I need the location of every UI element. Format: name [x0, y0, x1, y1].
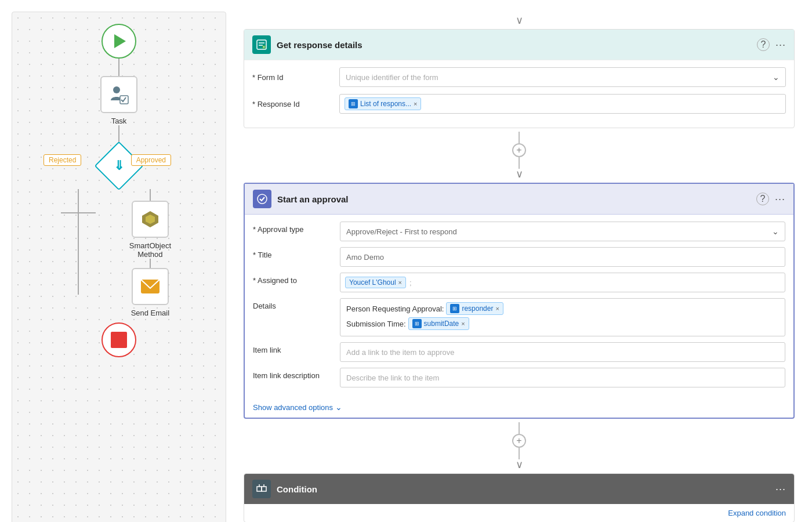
item-link-row: Item link Add a link to the item to appr… — [253, 342, 785, 362]
approval-type-chevron[interactable]: ⌄ — [772, 227, 779, 236]
title-input[interactable]: Amo Demo — [340, 247, 785, 267]
item-link-desc-label: Item link description — [253, 368, 334, 380]
power-apps-panel: ∨ Get response detai — [238, 12, 800, 522]
plus-circle-2[interactable]: + — [512, 434, 526, 448]
condition-icon — [252, 480, 271, 498]
assigned-to-label: Assigned to — [253, 273, 334, 285]
details-content[interactable]: Person Requesting Approval: ⊞ responder … — [340, 298, 785, 336]
svg-point-0 — [113, 86, 120, 93]
task-square[interactable] — [100, 76, 137, 113]
details-person-line: Person Requesting Approval: ⊞ responder … — [346, 302, 779, 315]
get-response-help-icon[interactable]: ? — [757, 38, 770, 51]
condition-title: Condition — [277, 484, 317, 494]
responder-tag: ⊞ responder × — [446, 302, 503, 315]
task-node: Task — [100, 76, 137, 125]
get-response-header-left: Get response details — [252, 35, 362, 54]
connector-1 — [118, 59, 119, 76]
down-arrow-2: ∨ — [516, 459, 523, 470]
plus-circle-1[interactable]: + — [512, 143, 526, 157]
smartobject-label: SmartObject Method — [129, 241, 171, 259]
item-link-placeholder: Add a link to the item to approve — [346, 348, 454, 357]
item-link-label: Item link — [253, 342, 334, 354]
rejected-path — [61, 189, 96, 295]
show-advanced-options[interactable]: Show advanced options ⌄ — [245, 400, 793, 418]
approval-title: Start an approval — [277, 194, 349, 204]
submitdate-tag-icon: ⊞ — [412, 319, 422, 328]
approval-card: Start an approval ? ··· Approval type Ap… — [244, 183, 795, 419]
approval-actions[interactable]: ? ··· — [756, 193, 785, 205]
send-email-square[interactable] — [132, 268, 169, 305]
approval-type-row: Approval type Approve/Reject - First to … — [253, 222, 785, 241]
form-id-chevron[interactable]: ⌄ — [773, 72, 780, 82]
response-id-tag: ⊞ List of respons... × — [345, 97, 421, 110]
send-email-node: Send Email — [131, 268, 169, 317]
forms-icon — [256, 39, 267, 50]
response-tag-icon: ⊞ — [349, 99, 358, 108]
response-id-row: Response Id ⊞ List of respons... × — [252, 94, 786, 114]
get-response-body: Form Id Unique identifier of the form ⌄ … — [244, 60, 794, 128]
item-link-input[interactable]: Add a link to the item to approve — [340, 342, 785, 362]
assigned-to-tag: Youcef L'Ghoul × — [345, 277, 406, 288]
submitdate-close[interactable]: × — [461, 320, 465, 327]
stop-node — [102, 322, 136, 357]
condition-more-icon[interactable]: ··· — [775, 483, 786, 495]
form-id-label: Form Id — [252, 73, 334, 82]
details-label: Details — [253, 298, 334, 310]
item-link-desc-placeholder: Describe the link to the item — [346, 374, 439, 382]
middle-connector-1: + ∨ — [244, 128, 795, 183]
rejected-label: Rejected — [44, 154, 81, 166]
task-icon — [108, 84, 129, 105]
condition-actions[interactable]: ··· — [775, 483, 786, 495]
approval-body: Approval type Approve/Reject - First to … — [245, 215, 793, 400]
get-response-card: Get response details ? ··· Form Id Uniqu… — [244, 29, 795, 128]
send-email-label: Send Email — [131, 309, 169, 317]
condition-card: Condition ··· Expand condition — [244, 473, 795, 522]
response-id-input[interactable]: ⊞ List of respons... × — [339, 94, 786, 114]
approval-svg-icon — [256, 193, 268, 205]
svg-rect-13 — [262, 487, 266, 491]
plus-line-1 — [519, 132, 520, 143]
get-response-title: Get response details — [277, 40, 362, 50]
approval-more-icon[interactable]: ··· — [775, 193, 785, 205]
responder-close[interactable]: × — [495, 305, 499, 312]
expand-condition[interactable]: Expand condition — [244, 504, 794, 522]
task-label: Task — [111, 117, 127, 125]
assigned-semicolon: ; — [409, 278, 412, 287]
stop-circle[interactable] — [102, 322, 136, 357]
play-icon — [114, 34, 126, 48]
smartobject-square[interactable] — [132, 201, 169, 238]
down-arrow-top: ∨ — [516, 15, 523, 26]
form-id-input[interactable]: Unique identifier of the form ⌄ — [339, 67, 786, 87]
item-link-desc-row: Item link description Describe the link … — [253, 368, 785, 387]
start-node — [102, 24, 136, 59]
plus-line-3 — [519, 422, 520, 434]
item-link-desc-input[interactable]: Describe the link to the item — [340, 368, 785, 387]
form-id-row: Form Id Unique identifier of the form ⌄ — [252, 67, 786, 87]
approval-type-input[interactable]: Approve/Reject - First to respond ⌄ — [340, 222, 785, 241]
approved-label: Approved — [131, 154, 171, 166]
start-circle[interactable] — [102, 24, 136, 59]
connector-2 — [118, 125, 119, 143]
svg-rect-12 — [257, 487, 262, 491]
assigned-to-input[interactable]: Youcef L'Ghoul × ; — [340, 273, 785, 292]
condition-header-left: Condition — [252, 480, 317, 498]
smartobject-node: SmartObject Method — [129, 201, 171, 259]
approval-header-left: Start an approval — [253, 190, 349, 208]
response-tag-close[interactable]: × — [414, 100, 417, 107]
middle-connector-2: + ∨ — [244, 419, 795, 473]
get-response-actions[interactable]: ? ··· — [757, 38, 786, 51]
form-id-placeholder: Unique identifier of the form — [346, 73, 438, 82]
get-response-icon — [252, 35, 271, 54]
approval-help-icon[interactable]: ? — [756, 193, 769, 205]
advanced-chevron: ⌄ — [335, 403, 342, 412]
flow-diagram: Task ⇓ Approved Rejected — [12, 24, 226, 357]
assigned-tag-close[interactable]: × — [398, 279, 402, 286]
down-arrow-1: ∨ — [516, 169, 523, 179]
responder-tag-icon: ⊞ — [450, 304, 459, 313]
get-response-more-icon[interactable]: ··· — [775, 39, 786, 51]
approval-header: Start an approval ? ··· — [245, 184, 793, 215]
branch-area: SmartObject Method Send E — [55, 189, 183, 317]
top-connector: ∨ — [244, 12, 795, 29]
condition-header: Condition ··· — [244, 474, 794, 504]
smartobject-icon — [140, 209, 161, 230]
